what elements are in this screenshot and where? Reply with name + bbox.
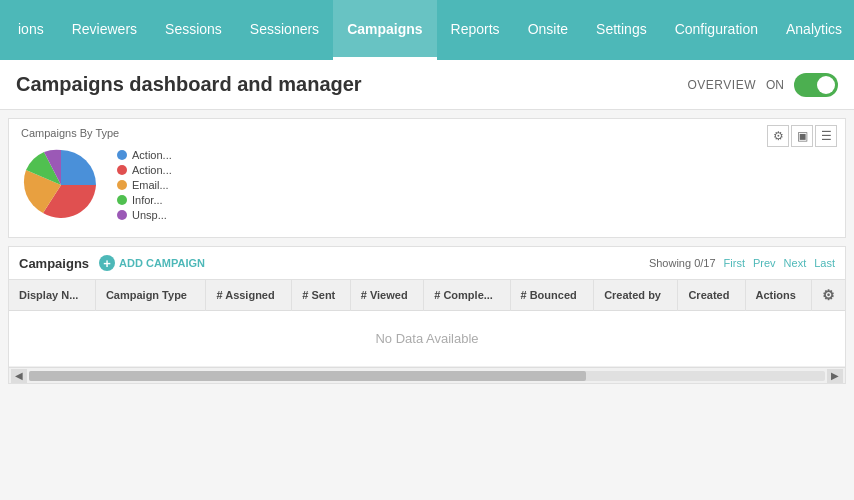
sidebar-item-sessioners[interactable]: Sessioners: [236, 0, 333, 60]
col-bounced: # Bounced: [510, 280, 594, 311]
overview-toggle[interactable]: [794, 73, 838, 97]
legend-dot-4: [117, 210, 127, 220]
page-header: Campaigns dashboard and manager OVERVIEW…: [0, 60, 854, 110]
chart-section: Campaigns By Type ⚙ ▣ ☰: [8, 118, 846, 238]
chart-controls: ⚙ ▣ ☰: [767, 125, 837, 147]
legend-item-3: Infor...: [117, 194, 172, 206]
legend-item-0: Action...: [117, 149, 172, 161]
nav-bar: ions Reviewers Sessions Sessioners Campa…: [0, 0, 854, 60]
no-data-cell: No Data Available: [9, 311, 845, 367]
prev-page-button[interactable]: Prev: [753, 257, 776, 269]
pie-chart: [21, 145, 101, 225]
header-right: OVERVIEW ON: [688, 73, 838, 97]
sidebar-item-campaigns[interactable]: Campaigns: [333, 0, 436, 60]
scroll-track[interactable]: [29, 371, 825, 381]
col-sent: # Sent: [292, 280, 350, 311]
sidebar-item-reports[interactable]: Reports: [437, 0, 514, 60]
legend-dot-2: [117, 180, 127, 190]
pagination-area: Showing 0/17 First Prev Next Last: [649, 257, 835, 269]
first-page-button[interactable]: First: [724, 257, 745, 269]
sidebar-item-ions[interactable]: ions: [4, 0, 58, 60]
table-header: Display N... Campaign Type # Assigned # …: [9, 280, 845, 311]
col-gear[interactable]: ⚙: [812, 280, 846, 311]
sidebar-item-sessions[interactable]: Sessions: [151, 0, 236, 60]
legend-dot-3: [117, 195, 127, 205]
chart-view-button[interactable]: ▣: [791, 125, 813, 147]
showing-text: Showing 0/17: [649, 257, 716, 269]
col-campaign-type: Campaign Type: [95, 280, 206, 311]
table-gear-icon[interactable]: ⚙: [822, 287, 835, 303]
on-label: ON: [766, 78, 784, 92]
col-actions: Actions: [745, 280, 811, 311]
col-assigned: # Assigned: [206, 280, 292, 311]
chart-list-button[interactable]: ☰: [815, 125, 837, 147]
campaigns-table: Display N... Campaign Type # Assigned # …: [9, 280, 845, 367]
chart-section-title: Campaigns By Type: [21, 127, 833, 139]
chart-area: Action... Action... Email... Infor... Un…: [21, 145, 833, 225]
scroll-thumb: [29, 371, 586, 381]
legend-item-1: Action...: [117, 164, 172, 176]
next-page-button[interactable]: Next: [784, 257, 807, 269]
horizontal-scrollbar: ◀ ▶: [9, 367, 845, 383]
col-created: Created: [678, 280, 745, 311]
legend-dot-1: [117, 165, 127, 175]
campaigns-title: Campaigns: [19, 256, 89, 271]
plus-icon: +: [99, 255, 115, 271]
sidebar-item-reviewers[interactable]: Reviewers: [58, 0, 151, 60]
sidebar-item-analytics[interactable]: Analytics: [772, 0, 854, 60]
chart-gear-button[interactable]: ⚙: [767, 125, 789, 147]
add-campaign-button[interactable]: + ADD CAMPAIGN: [99, 255, 205, 271]
sidebar-item-onsite[interactable]: Onsite: [514, 0, 582, 60]
legend-item-2: Email...: [117, 179, 172, 191]
main-content: Campaigns By Type ⚙ ▣ ☰: [0, 118, 854, 384]
col-display-name: Display N...: [9, 280, 95, 311]
campaigns-section: Campaigns + ADD CAMPAIGN Showing 0/17 Fi…: [8, 246, 846, 384]
last-page-button[interactable]: Last: [814, 257, 835, 269]
scroll-right-arrow[interactable]: ▶: [827, 369, 843, 383]
col-created-by: Created by: [594, 280, 678, 311]
legend-item-4: Unsp...: [117, 209, 172, 221]
scroll-left-arrow[interactable]: ◀: [11, 369, 27, 383]
page-title: Campaigns dashboard and manager: [16, 73, 362, 96]
sidebar-item-settings[interactable]: Settings: [582, 0, 661, 60]
campaigns-title-area: Campaigns + ADD CAMPAIGN: [19, 255, 205, 271]
campaigns-header: Campaigns + ADD CAMPAIGN Showing 0/17 Fi…: [9, 247, 845, 280]
no-data-row: No Data Available: [9, 311, 845, 367]
campaigns-table-container: Display N... Campaign Type # Assigned # …: [9, 280, 845, 367]
col-completed: # Comple...: [424, 280, 510, 311]
col-viewed: # Viewed: [350, 280, 424, 311]
sidebar-item-configuration[interactable]: Configuration: [661, 0, 772, 60]
chart-legend: Action... Action... Email... Infor... Un…: [117, 149, 172, 221]
legend-dot-0: [117, 150, 127, 160]
table-body: No Data Available: [9, 311, 845, 367]
overview-label: OVERVIEW: [688, 78, 756, 92]
